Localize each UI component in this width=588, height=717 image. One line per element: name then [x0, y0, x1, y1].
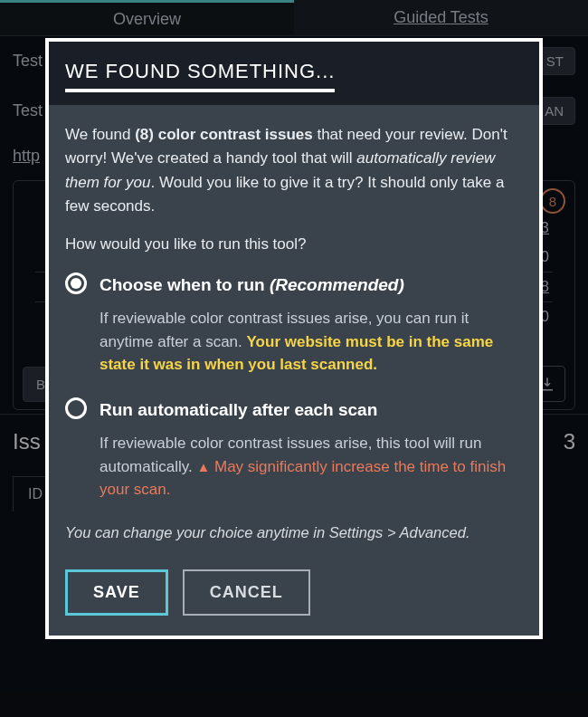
radio-label-1: Choose when to run (Recommended) — [100, 272, 404, 298]
radio-1-recommended: (Recommended) — [270, 275, 404, 294]
radio-group: Choose when to run (Recommended) If revi… — [65, 272, 523, 502]
modal-header: WE FOUND SOMETHING... — [49, 42, 539, 105]
intro-bold: (8) color contrast issues — [135, 126, 313, 143]
modal-overlay: WE FOUND SOMETHING... We found (8) color… — [0, 0, 588, 717]
modal-title: WE FOUND SOMETHING... — [65, 60, 335, 92]
warning-icon: ▲ — [196, 457, 210, 478]
radio-desc-2: If reviewable color contrast issues aris… — [100, 432, 523, 502]
modal-body: We found (8) color contrast issues that … — [49, 105, 539, 562]
radio-option-auto[interactable]: Run automatically after each scan — [65, 397, 523, 423]
settings-note: You can change your choice anytime in Se… — [65, 521, 523, 545]
modal-intro-text: We found (8) color contrast issues that … — [65, 123, 523, 218]
cancel-button[interactable]: CANCEL — [183, 569, 310, 616]
radio-icon — [65, 272, 87, 294]
modal-dialog: WE FOUND SOMETHING... We found (8) color… — [45, 38, 543, 639]
save-button[interactable]: SAVE — [65, 569, 168, 616]
intro-prefix: We found — [65, 126, 135, 143]
modal-footer: SAVE CANCEL — [49, 562, 539, 636]
modal-question: How would you like to run this tool? — [65, 233, 523, 256]
radio-label-2: Run automatically after each scan — [100, 397, 377, 423]
radio-option-choose-when[interactable]: Choose when to run (Recommended) — [65, 272, 523, 298]
radio-1-text: Choose when to run — [100, 275, 265, 294]
radio-icon — [65, 397, 87, 419]
radio-desc-1: If reviewable color contrast issues aris… — [100, 307, 523, 377]
